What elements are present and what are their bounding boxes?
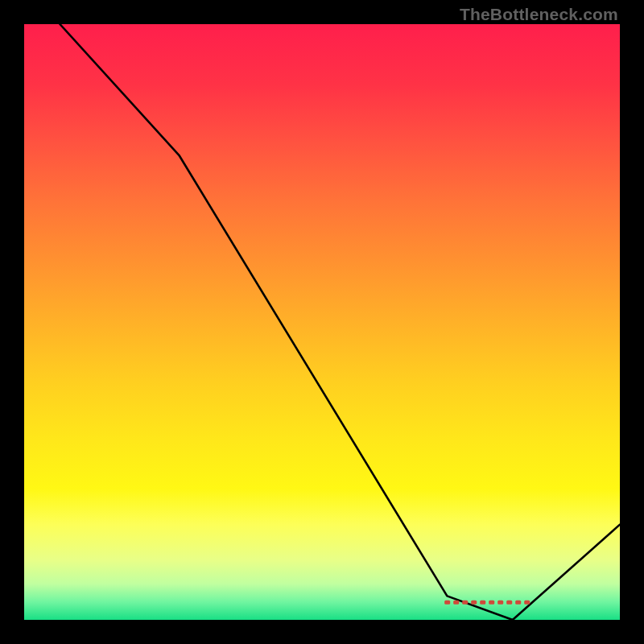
watermark-text: TheBottleneck.com xyxy=(460,5,618,24)
plot-area xyxy=(24,24,620,620)
chart-frame: TheBottleneck.com xyxy=(0,0,644,644)
svg-rect-5 xyxy=(489,601,494,605)
svg-rect-9 xyxy=(524,601,530,605)
svg-rect-3 xyxy=(471,601,477,605)
svg-rect-6 xyxy=(497,601,503,605)
chart-svg xyxy=(24,24,620,620)
svg-rect-7 xyxy=(506,601,512,605)
chart-background xyxy=(24,24,620,620)
svg-rect-4 xyxy=(480,601,485,605)
svg-rect-8 xyxy=(515,601,521,605)
svg-rect-2 xyxy=(462,601,468,605)
svg-rect-0 xyxy=(444,601,450,605)
svg-rect-1 xyxy=(453,601,459,605)
